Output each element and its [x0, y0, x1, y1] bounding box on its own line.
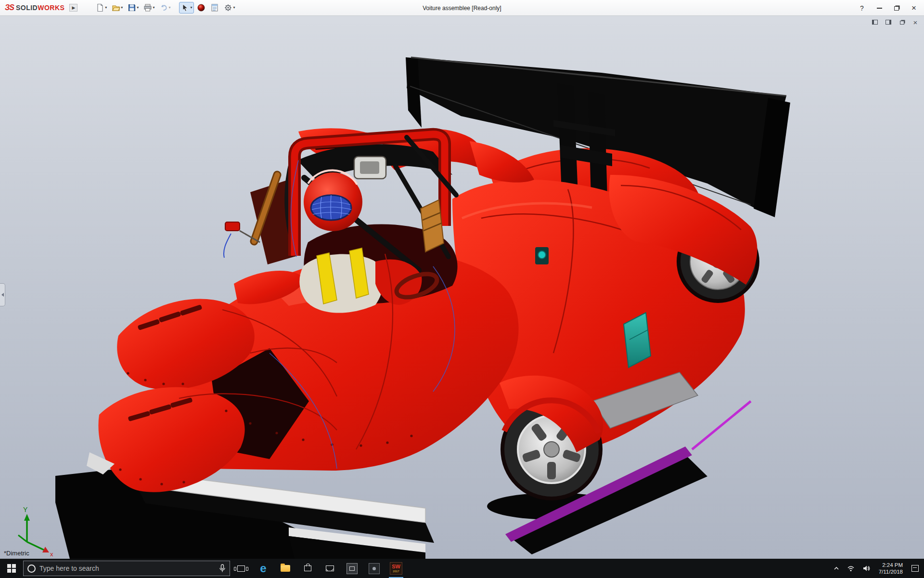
- store-button[interactable]: [296, 559, 319, 578]
- properties-sheet-icon: [210, 3, 219, 12]
- undo-button[interactable]: ▾: [157, 2, 172, 13]
- solidworks-wordmark: SOLIDWORKS: [16, 4, 64, 12]
- tray-expand-button[interactable]: [830, 559, 843, 578]
- mass-properties-button[interactable]: [208, 2, 221, 13]
- amber-panel: [421, 200, 444, 252]
- menu-flyout-arrow[interactable]: ▶: [69, 4, 77, 12]
- quick-access-toolbar: ▾ ▾ ▾ ▾ ▾ ▾ ▾: [94, 2, 237, 13]
- window-controls: ? ×: [854, 0, 922, 16]
- action-center-icon: [911, 565, 919, 572]
- media-app-icon: [369, 563, 380, 574]
- triad-x-label: x: [50, 551, 53, 558]
- dropdown-caret-icon[interactable]: ▾: [137, 6, 139, 10]
- help-button[interactable]: ?: [854, 2, 870, 14]
- file-explorer-icon: [281, 565, 290, 572]
- select-tool-button[interactable]: ▾: [179, 2, 194, 13]
- open-document-button[interactable]: ▾: [110, 2, 125, 13]
- taskbar-empty-space: [407, 559, 830, 578]
- restore-icon: [894, 6, 899, 11]
- document-window-controls: ×: [870, 18, 920, 26]
- solidworks-app-icon: SW 2017: [390, 562, 402, 575]
- system-tray: 2:24 PM 7/11/2018: [830, 559, 924, 578]
- windows-logo-icon: [7, 564, 16, 573]
- network-icon: [847, 565, 855, 572]
- pane-split-right-icon: [886, 20, 891, 25]
- new-document-button[interactable]: ▾: [94, 2, 109, 13]
- triad-y-label: Y: [23, 506, 28, 513]
- printer-icon: [143, 3, 152, 12]
- volume-button[interactable]: [859, 559, 873, 578]
- doc-restore-button[interactable]: [897, 18, 907, 26]
- mail-button[interactable]: [319, 559, 341, 578]
- dropdown-caret-icon[interactable]: ▾: [168, 6, 170, 10]
- app-titlebar: ЗS SOLIDWORKS ▶ ▾ ▾ ▾ ▾ ▾ ▾: [0, 0, 924, 16]
- solidworks-logo: ЗS SOLIDWORKS ▶: [0, 3, 81, 12]
- pane-split-right-button[interactable]: [884, 18, 893, 26]
- clock-time: 2:24 PM: [882, 562, 903, 568]
- close-button[interactable]: ×: [906, 2, 922, 14]
- chevron-up-icon: [834, 566, 839, 571]
- print-button[interactable]: ▾: [141, 2, 156, 13]
- appearance-sphere-icon: [197, 3, 205, 12]
- taskbar-pinned-apps: e SW 2017: [230, 559, 407, 578]
- edge-icon: e: [260, 563, 266, 574]
- close-icon: ×: [911, 4, 916, 12]
- options-button[interactable]: ▾: [222, 2, 237, 13]
- photos-app-button[interactable]: [341, 559, 363, 578]
- driver-suit: [299, 254, 383, 313]
- feature-tree-flyout-tab[interactable]: [0, 283, 5, 306]
- doc-close-button[interactable]: ×: [911, 18, 920, 26]
- appearance-button[interactable]: [195, 2, 207, 13]
- options-gear-icon: [224, 3, 232, 12]
- save-disk-icon: [128, 3, 136, 12]
- minimize-icon: [877, 8, 882, 9]
- graphics-viewport[interactable]: ×: [0, 16, 924, 559]
- volume-icon: [862, 565, 870, 572]
- windows-taskbar: e SW 2017 2:24 PM 7/11/2018: [0, 559, 924, 578]
- solidworks-app-button[interactable]: SW 2017: [385, 559, 407, 578]
- view-orientation-label: *Dimetric: [4, 550, 29, 557]
- select-pointer-icon: [181, 3, 190, 12]
- 3ds-logo-icon: ЗS: [5, 3, 14, 12]
- new-document-icon: [96, 3, 104, 12]
- search-input[interactable]: [39, 565, 215, 572]
- dropdown-caret-icon[interactable]: ▾: [121, 6, 123, 10]
- photos-app-icon: [346, 563, 358, 574]
- task-view-button[interactable]: [230, 559, 252, 578]
- open-folder-icon: [112, 3, 120, 12]
- file-explorer-button[interactable]: [274, 559, 296, 578]
- pane-split-left-icon: [872, 20, 878, 25]
- teal-button: [538, 251, 546, 259]
- side-mirror: [225, 222, 240, 231]
- save-button[interactable]: ▾: [126, 2, 141, 13]
- taskbar-search[interactable]: [23, 561, 230, 576]
- restore-button[interactable]: [888, 2, 905, 14]
- undo-arrow-icon: [159, 3, 168, 12]
- pane-split-left-button[interactable]: [870, 18, 880, 26]
- cortana-icon: [27, 565, 36, 573]
- task-view-icon: [237, 565, 245, 572]
- store-icon: [304, 565, 311, 571]
- clock-date: 7/11/2018: [879, 568, 903, 575]
- 3d-scene[interactable]: Y x: [0, 16, 924, 559]
- network-button[interactable]: [844, 559, 858, 578]
- mail-icon: [326, 565, 334, 571]
- edge-button[interactable]: e: [252, 559, 274, 578]
- minimize-button[interactable]: [871, 2, 887, 14]
- start-button[interactable]: [0, 559, 23, 578]
- microphone-icon[interactable]: [219, 564, 226, 573]
- document-title: Voiture assemblee [Read-only]: [423, 0, 501, 16]
- dropdown-caret-icon[interactable]: ▾: [153, 6, 154, 10]
- media-app-button[interactable]: [363, 559, 385, 578]
- taskbar-clock[interactable]: 2:24 PM 7/11/2018: [874, 562, 907, 575]
- dropdown-caret-icon[interactable]: ▾: [233, 6, 235, 10]
- action-center-button[interactable]: [908, 559, 922, 578]
- dropdown-caret-icon[interactable]: ▾: [190, 6, 192, 10]
- dropdown-caret-icon[interactable]: ▾: [105, 6, 107, 10]
- doc-restore-icon: [900, 21, 904, 25]
